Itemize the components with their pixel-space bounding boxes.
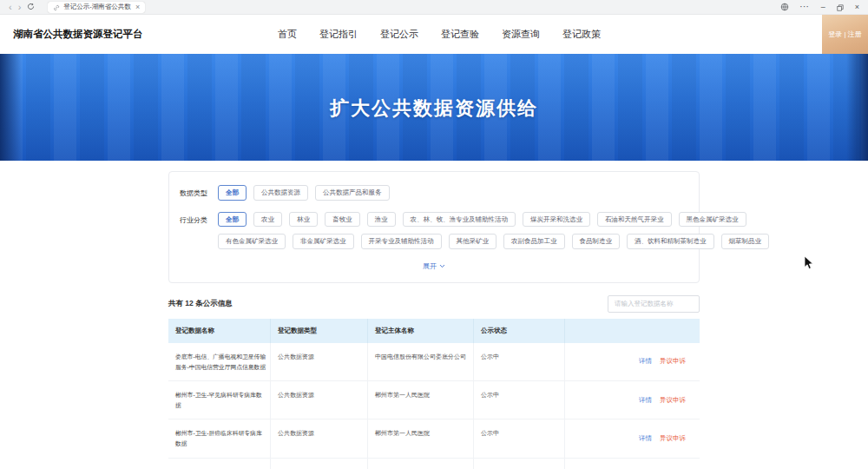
result-count: 共有 12 条公示信息 xyxy=(168,299,233,309)
cell-status: 公示中 xyxy=(474,459,565,469)
detail-link[interactable]: 详情 xyxy=(639,433,652,445)
industry-tag[interactable]: 黑色金属矿采选业 xyxy=(679,212,746,228)
appeal-link[interactable]: 异议申诉 xyxy=(660,395,686,406)
cell-data-name: 郴州市-道路运输业-公交充值乘车数据 xyxy=(168,459,271,469)
back-icon[interactable]: ‹ xyxy=(9,3,12,12)
nav-registration-guide[interactable]: 登记指引 xyxy=(319,28,358,41)
cell-entity-name: 郴州市第一人民医院 xyxy=(368,419,474,458)
refresh-icon[interactable] xyxy=(27,3,35,12)
globe-icon[interactable] xyxy=(780,0,789,15)
forward-icon[interactable]: › xyxy=(18,3,22,12)
search-input[interactable] xyxy=(608,295,700,313)
detail-link[interactable]: 详情 xyxy=(639,395,652,406)
appeal-link[interactable]: 异议申诉 xyxy=(660,356,686,367)
industry-tag[interactable]: 酒、饮料和精制茶制造业 xyxy=(627,234,714,249)
hero-banner: 扩大公共数据资源供给 xyxy=(0,54,868,161)
cell-status: 公示中 xyxy=(474,419,565,458)
cell-entity-name: 郴州市第一人民医院 xyxy=(368,381,474,419)
industry-tag[interactable]: 非金属矿采选业 xyxy=(293,234,354,249)
industry-tag[interactable]: 农业 xyxy=(253,212,282,228)
table-row: 娄底市-电信、广播电视和卫星传输服务-中国电信营业厅网点信息数据 公共数据资源 … xyxy=(168,343,700,381)
industry-tag[interactable]: 畜牧业 xyxy=(325,212,360,228)
mouse-cursor-icon xyxy=(804,255,814,274)
login-register-button[interactable]: 登录 | 注册 xyxy=(822,15,868,54)
main-nav: 首页 登记指引 登记公示 登记查验 资源查询 登记政策 xyxy=(278,15,601,54)
restore-icon[interactable] xyxy=(837,0,844,15)
industry-tag[interactable]: 石油和天然气开采业 xyxy=(597,212,672,228)
cell-entity-name: 中国电信股份有限公司娄底分公司 xyxy=(368,343,474,381)
data-type-tag-all[interactable]: 全部 xyxy=(218,185,247,201)
industry-tag[interactable]: 开采专业及辅助性活动 xyxy=(361,234,442,249)
more-menu-icon[interactable]: ··· xyxy=(800,3,810,10)
banner-title: 扩大公共数据资源供给 xyxy=(0,96,868,122)
nav-registration-publicity[interactable]: 登记公示 xyxy=(380,28,418,41)
nav-registration-verify[interactable]: 登记查验 xyxy=(441,28,479,41)
industry-tag[interactable]: 煤炭开采和洗选业 xyxy=(523,212,590,228)
cell-data-name: 郴州市-卫生-罕见病科研专病库数据 xyxy=(168,381,271,419)
col-header-status: 公示状态 xyxy=(474,319,565,344)
industry-tag[interactable]: 食品制造业 xyxy=(572,234,621,249)
tab-close-icon[interactable]: × xyxy=(135,3,140,11)
data-type-tag[interactable]: 公共数据资源 xyxy=(253,185,308,201)
cell-data-name: 郴州市-卫生-肝癌临床科研专病库数据 xyxy=(168,419,271,458)
industry-tag[interactable]: 烟草制品业 xyxy=(721,234,770,249)
chevron-down-icon xyxy=(439,264,445,268)
expand-label: 展开 xyxy=(423,261,437,271)
data-type-tag[interactable]: 公共数据产品和服务 xyxy=(315,185,390,201)
filter-panel: 数据类型 全部 公共数据资源 公共数据产品和服务 行业分类 全部 农业 林业 畜… xyxy=(168,171,700,283)
table-header-row: 登记数据名称 登记数据类型 登记主体名称 公示状态 xyxy=(168,319,700,344)
industry-label: 行业分类 xyxy=(180,215,211,225)
cell-data-type: 公共数据资源 xyxy=(271,419,368,458)
industry-tag[interactable]: 有色金属矿采选业 xyxy=(218,234,286,249)
table-row: 郴州市-卫生-肝癌临床科研专病库数据 公共数据资源 郴州市第一人民医院 公示中 … xyxy=(168,419,700,458)
cell-data-type: 公共数据资源 xyxy=(271,459,368,469)
nav-home[interactable]: 首页 xyxy=(278,28,297,41)
industry-tag[interactable]: 农、林、牧、渔专业及辅助性活动 xyxy=(403,212,516,228)
col-header-data-name: 登记数据名称 xyxy=(168,319,271,344)
site-title: 湖南省公共数据资源登记平台 xyxy=(13,28,143,41)
cell-data-type: 公共数据资源 xyxy=(271,381,368,419)
industry-tag[interactable]: 农副食品加工业 xyxy=(503,234,565,249)
data-type-label: 数据类型 xyxy=(180,188,211,198)
industry-tag[interactable]: 渔业 xyxy=(367,212,396,228)
tab-title: 登记公示-湖南省公共数 xyxy=(63,3,132,11)
industry-tag-all[interactable]: 全部 xyxy=(218,212,247,228)
table-row: 郴州市-卫生-罕见病科研专病库数据 公共数据资源 郴州市第一人民医院 公示中 详… xyxy=(168,381,700,419)
cell-data-type: 公共数据资源 xyxy=(271,343,368,381)
browser-tab[interactable]: 登记公示-湖南省公共数 × xyxy=(48,2,145,13)
cell-status: 公示中 xyxy=(474,381,565,419)
data-type-filter-row: 数据类型 全部 公共数据资源 公共数据产品和服务 xyxy=(180,185,688,201)
minimize-icon[interactable]: – xyxy=(821,3,825,11)
cell-data-name: 娄底市-电信、广播电视和卫星传输服务-中国电信营业厅网点信息数据 xyxy=(168,343,271,381)
detail-link[interactable]: 详情 xyxy=(639,356,652,367)
registry-table: 登记数据名称 登记数据类型 登记主体名称 公示状态 娄底市-电信、广播电视和卫星… xyxy=(168,319,700,469)
close-icon[interactable]: × xyxy=(855,3,859,11)
cell-status: 公示中 xyxy=(474,343,565,381)
col-header-data-type: 登记数据类型 xyxy=(271,319,368,344)
col-header-actions xyxy=(565,319,700,344)
expand-toggle[interactable]: 展开 xyxy=(423,261,445,271)
industry-tag[interactable]: 林业 xyxy=(289,212,318,228)
industry-filter-row: 行业分类 全部 农业 林业 畜牧业 渔业 农、林、牧、渔专业及辅助性活动 煤炭开… xyxy=(180,212,688,228)
appeal-link[interactable]: 异议申诉 xyxy=(660,433,686,445)
cell-entity-name: 郴州市公共交通集团有限公司 xyxy=(368,459,474,469)
main-content: 数据类型 全部 公共数据资源 公共数据产品和服务 行业分类 全部 农业 林业 畜… xyxy=(168,171,700,469)
industry-tag[interactable]: 其他采矿业 xyxy=(449,234,497,249)
industry-filter-row-2: 有色金属矿采选业 非金属矿采选业 开采专业及辅助性活动 其他采矿业 农副食品加工… xyxy=(218,234,688,249)
link-icon xyxy=(53,0,60,15)
table-row: 郴州市-道路运输业-公交充值乘车数据 公共数据资源 郴州市公共交通集团有限公司 … xyxy=(168,459,700,469)
nav-registration-policy[interactable]: 登记政策 xyxy=(562,28,601,41)
col-header-entity-name: 登记主体名称 xyxy=(368,319,474,344)
site-header: 湖南省公共数据资源登记平台 首页 登记指引 登记公示 登记查验 资源查询 登记政… xyxy=(0,15,868,54)
browser-titlebar: ‹ › 登记公示-湖南省公共数 × ··· – × xyxy=(0,0,868,15)
nav-resource-query[interactable]: 资源查询 xyxy=(502,28,540,41)
